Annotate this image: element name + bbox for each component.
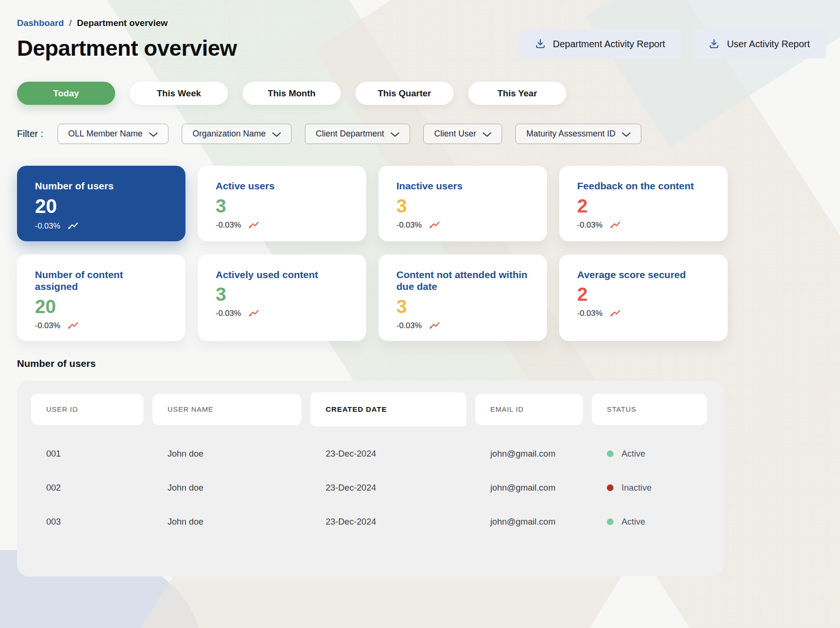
dropdown-label: Client Department xyxy=(316,129,384,139)
table-row: 001 John doe 23-Dec-2024 john@gmail.com … xyxy=(31,437,710,471)
breadcrumb: Dashboard / Department overview xyxy=(17,18,826,28)
column-header-user-name[interactable]: USER NAME xyxy=(152,394,302,425)
table-row: 002 John doe 23-Dec-2024 john@gmail.com … xyxy=(31,471,710,505)
stat-card-trend: -0.03% xyxy=(216,309,348,318)
stat-card-value: 2 xyxy=(577,196,710,216)
cell-user-name: John doe xyxy=(152,517,302,527)
cell-user-id: 001 xyxy=(31,449,143,459)
trend-value: -0.03% xyxy=(216,309,241,318)
trend-down-arrow-icon xyxy=(609,221,621,229)
status-dot-green xyxy=(607,450,613,457)
stat-card-value: 3 xyxy=(396,297,529,316)
time-filter-group: Today This Week This Month This Quarter … xyxy=(17,82,826,105)
cell-user-name: John doe xyxy=(152,483,302,493)
trend-down-arrow-icon xyxy=(428,221,440,229)
stat-card-content-assigned[interactable]: Number of content assigned 20 -0.03% xyxy=(17,255,185,341)
stat-card-inactive-users[interactable]: Inactive users 3 -0.03% xyxy=(378,166,547,241)
dropdown-maturity-assessment-id[interactable]: Maturity Assessment ID xyxy=(515,124,641,144)
trend-down-arrow-icon xyxy=(609,310,621,317)
header-actions: Department Activity Report User Activity… xyxy=(519,29,826,59)
trend-down-arrow-icon xyxy=(428,322,440,330)
column-header-created-date[interactable]: CREATED DATE xyxy=(311,392,466,426)
time-filter-today[interactable]: Today xyxy=(17,82,115,105)
status-label: Inactive xyxy=(622,483,652,493)
table-row: 003 John doe 23-Dec-2024 john@gmail.com … xyxy=(31,505,710,539)
status-label: Active xyxy=(622,517,645,527)
cell-email: john@gmail.com xyxy=(475,483,583,493)
cell-user-id: 002 xyxy=(31,483,143,493)
stat-card-average-score[interactable]: Average score secured 2 -0.03% xyxy=(559,255,728,341)
column-header-user-id[interactable]: USER ID xyxy=(31,394,143,425)
dropdown-label: Organization Name xyxy=(193,129,266,139)
time-filter-this-quarter[interactable]: This Quarter xyxy=(355,82,454,105)
download-icon xyxy=(535,38,546,50)
stat-card-title: Inactive users xyxy=(396,180,529,192)
stat-card-actively-used-content[interactable]: Actively used content 3 -0.03% xyxy=(198,255,366,341)
dropdown-client-department[interactable]: Client Department xyxy=(305,124,410,144)
stat-card-content-not-attended[interactable]: Content not attended within due date 3 -… xyxy=(378,255,547,341)
stat-card-trend: -0.03% xyxy=(216,221,348,230)
cell-user-name: John doe xyxy=(152,449,302,459)
cell-created-date: 23-Dec-2024 xyxy=(311,449,466,459)
status-label: Active xyxy=(622,449,645,459)
status-dot-green xyxy=(607,518,613,525)
stat-card-value: 20 xyxy=(35,196,168,217)
trend-down-arrow-icon xyxy=(67,222,78,230)
trend-down-arrow-icon xyxy=(248,221,259,229)
time-filter-this-year[interactable]: This Year xyxy=(468,82,566,105)
stat-card-value: 3 xyxy=(216,284,348,304)
stat-card-trend: -0.03% xyxy=(577,221,710,230)
stat-card-title: Actively used content xyxy=(216,269,348,281)
stat-card-number-of-users[interactable]: Number of users 20 -0.03% xyxy=(17,166,185,241)
breadcrumb-dashboard-link[interactable]: Dashboard xyxy=(17,18,64,28)
stat-card-title: Active users xyxy=(216,180,348,192)
column-header-email-id[interactable]: EMAIL ID xyxy=(475,394,583,425)
stat-card-feedback-on-content[interactable]: Feedback on the content 2 -0.03% xyxy=(559,166,728,241)
table-section-heading: Number of users xyxy=(17,358,826,369)
users-table: USER ID USER NAME CREATED DATE EMAIL ID … xyxy=(17,381,724,577)
dropdown-client-user[interactable]: Client User xyxy=(423,124,502,144)
trend-down-arrow-icon xyxy=(248,310,259,317)
stat-card-trend: -0.03% xyxy=(35,221,168,231)
download-icon xyxy=(708,38,720,50)
column-header-status[interactable]: STATUS xyxy=(592,394,707,425)
cell-user-id: 003 xyxy=(31,517,143,527)
stat-card-trend: -0.03% xyxy=(35,321,168,331)
department-activity-report-button[interactable]: Department Activity Report xyxy=(519,29,681,59)
stat-card-title: Number of users xyxy=(35,180,168,192)
dropdown-organization-name[interactable]: Organization Name xyxy=(182,124,292,144)
cell-email: john@gmail.com xyxy=(475,517,583,527)
filter-row: Filter : OLL Member Name Organization Na… xyxy=(17,124,826,144)
dropdown-label: Maturity Assessment ID xyxy=(526,129,615,139)
stat-card-active-users[interactable]: Active users 3 -0.03% xyxy=(198,166,366,241)
stat-card-trend: -0.03% xyxy=(396,221,529,230)
trend-value: -0.03% xyxy=(396,221,422,230)
cell-created-date: 23-Dec-2024 xyxy=(311,517,466,527)
main-content: Dashboard / Department overview Departme… xyxy=(0,0,840,577)
status-dot-red xyxy=(607,484,613,491)
stat-card-value: 3 xyxy=(396,196,529,216)
trend-value: -0.03% xyxy=(396,321,422,331)
stat-card-title: Content not attended within due date xyxy=(396,269,529,293)
time-filter-this-week[interactable]: This Week xyxy=(130,82,228,105)
stat-card-trend: -0.03% xyxy=(577,309,710,318)
chevron-down-icon xyxy=(272,132,281,137)
time-filter-this-month[interactable]: This Month xyxy=(243,82,341,105)
stat-card-value: 3 xyxy=(216,196,348,216)
cell-status: Inactive xyxy=(592,483,707,493)
trend-value: -0.03% xyxy=(35,221,60,231)
dropdown-oll-member-name[interactable]: OLL Member Name xyxy=(58,124,168,144)
trend-value: -0.03% xyxy=(577,221,603,230)
user-activity-report-button[interactable]: User Activity Report xyxy=(692,29,826,59)
stat-card-title: Average score secured xyxy=(577,269,710,281)
stat-card-trend: -0.03% xyxy=(396,321,529,331)
cell-status: Active xyxy=(592,517,707,527)
cell-created-date: 23-Dec-2024 xyxy=(311,483,466,493)
users-table-body: 001 John doe 23-Dec-2024 john@gmail.com … xyxy=(31,437,710,539)
stat-card-title: Feedback on the content xyxy=(577,180,710,192)
dropdown-label: Client User xyxy=(434,129,476,139)
chevron-down-icon xyxy=(622,132,630,137)
stat-card-value: 20 xyxy=(35,297,168,316)
breadcrumb-separator: / xyxy=(67,18,75,28)
filter-label: Filter : xyxy=(17,128,43,139)
